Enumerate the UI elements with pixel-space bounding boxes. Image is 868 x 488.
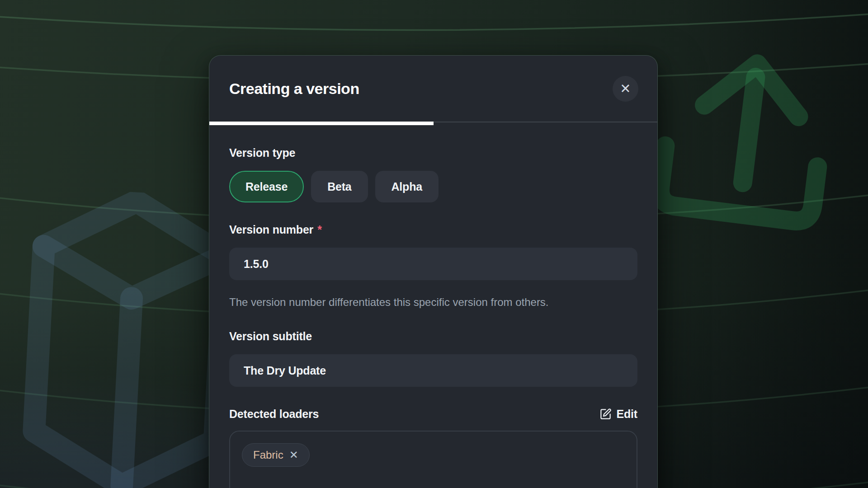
- upload-arrow-icon: [642, 23, 855, 253]
- package-cube-icon: [17, 187, 241, 488]
- modal-title: Creating a version: [229, 80, 359, 98]
- remove-icon: ✕: [289, 450, 298, 460]
- edit-button-label: Edit: [617, 408, 637, 421]
- required-asterisk: *: [317, 223, 322, 236]
- version-subtitle-input[interactable]: [229, 354, 637, 387]
- close-icon: ✕: [620, 82, 631, 95]
- edit-icon: [599, 408, 612, 420]
- detected-loaders-label: Detected loaders: [229, 407, 319, 421]
- version-number-input[interactable]: [229, 248, 637, 280]
- close-button[interactable]: ✕: [613, 76, 638, 102]
- modal-body: Version type Release Beta Alpha Version …: [209, 125, 657, 488]
- modal-header: Creating a version ✕: [209, 56, 657, 122]
- loader-chip-label: Fabric: [253, 449, 283, 461]
- version-type-options: Release Beta Alpha: [229, 171, 637, 202]
- edit-loaders-button[interactable]: Edit: [599, 408, 637, 421]
- loader-chip-fabric: Fabric ✕: [242, 443, 310, 467]
- version-number-label: Version number *: [229, 223, 637, 236]
- version-type-alpha-button[interactable]: Alpha: [375, 171, 439, 202]
- version-type-label: Version type: [229, 146, 637, 160]
- progress-bar: [209, 122, 657, 125]
- version-type-release-button[interactable]: Release: [229, 171, 304, 202]
- detected-loaders-box: Fabric ✕: [229, 431, 637, 488]
- progress-bar-fill: [209, 122, 434, 125]
- version-subtitle-label: Version subtitle: [229, 329, 637, 343]
- remove-loader-button[interactable]: ✕: [289, 450, 298, 460]
- version-number-help: The version number differentiates this s…: [229, 292, 555, 312]
- create-version-modal: Creating a version ✕ Version type Releas…: [209, 55, 658, 488]
- version-type-beta-button[interactable]: Beta: [311, 171, 368, 202]
